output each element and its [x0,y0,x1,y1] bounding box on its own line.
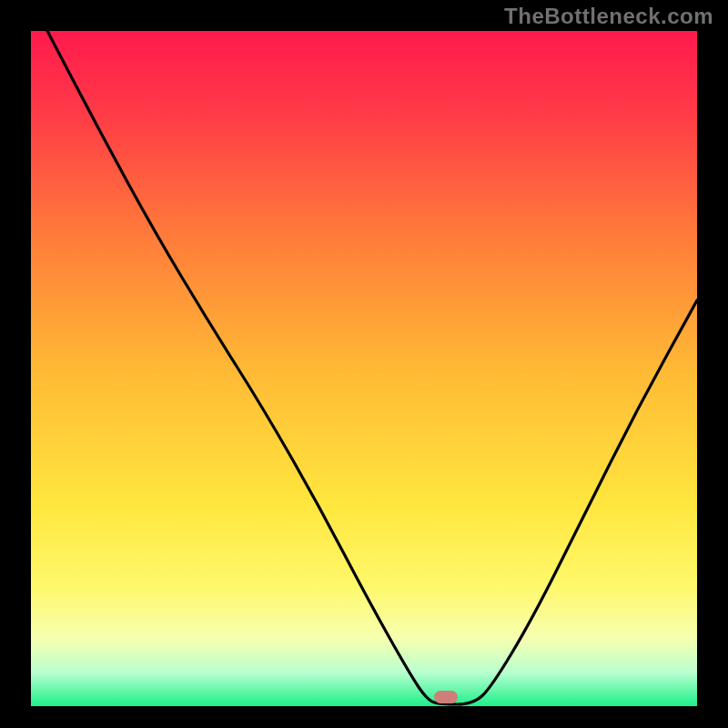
frame-left [0,0,31,728]
chart-container: TheBottleneck.com [0,0,728,728]
frame-bottom [0,706,728,728]
frame-right [697,0,728,728]
gradient-background [31,31,697,706]
watermark-text: TheBottleneck.com [504,4,713,29]
optimum-marker [434,691,458,703]
